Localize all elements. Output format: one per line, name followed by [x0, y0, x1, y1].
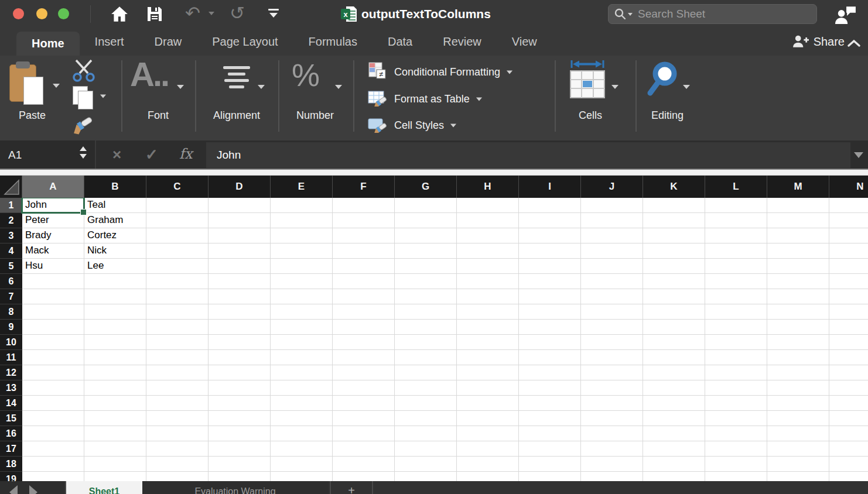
cell-A8[interactable] [22, 304, 84, 320]
cell-F19[interactable] [333, 472, 395, 481]
cell-J8[interactable] [581, 304, 643, 320]
cell-I8[interactable] [519, 304, 581, 320]
cell-N16[interactable] [829, 426, 868, 441]
redo-icon[interactable]: ↺ [230, 2, 245, 25]
cell-A16[interactable] [22, 426, 84, 441]
cell-H2[interactable] [457, 213, 519, 228]
cell-L2[interactable] [705, 213, 767, 228]
cell-J19[interactable] [581, 472, 643, 481]
row-header-3[interactable]: 3 [0, 228, 22, 243]
column-header-I[interactable]: I [519, 176, 581, 198]
column-header-L[interactable]: L [705, 176, 767, 198]
cell-G15[interactable] [395, 411, 457, 426]
cell-E14[interactable] [271, 396, 333, 411]
cell-E10[interactable] [271, 335, 333, 350]
stepper-up-icon[interactable] [80, 146, 87, 151]
cell-F6[interactable] [333, 274, 395, 289]
cell-F9[interactable] [333, 320, 395, 335]
cell-A1[interactable]: John [22, 198, 84, 213]
cells-label[interactable]: Cells [561, 109, 620, 122]
cell-C9[interactable] [146, 320, 209, 335]
cell-H17[interactable] [457, 441, 519, 457]
cell-H13[interactable] [457, 380, 519, 396]
cell-B6[interactable] [84, 274, 146, 289]
column-header-H[interactable]: H [457, 176, 519, 198]
cell-I11[interactable] [519, 350, 581, 365]
next-sheet-icon[interactable] [29, 485, 37, 494]
cell-B2[interactable]: Graham [84, 213, 146, 228]
cell-B5[interactable]: Lee [84, 259, 146, 274]
cell-M4[interactable] [767, 243, 829, 259]
cell-J3[interactable] [581, 228, 643, 243]
row-header-2[interactable]: 2 [0, 213, 22, 228]
cell-A5[interactable]: Hsu [22, 259, 84, 274]
cell-A14[interactable] [22, 396, 84, 411]
cell-L9[interactable] [705, 320, 767, 335]
cell-E15[interactable] [271, 411, 333, 426]
paste-label[interactable]: Paste [6, 109, 59, 122]
cell-A9[interactable] [22, 320, 84, 335]
search-scope-caret[interactable] [628, 13, 633, 16]
cell-M7[interactable] [767, 289, 829, 304]
zoom-window-button[interactable] [58, 8, 69, 19]
column-header-D[interactable]: D [209, 176, 271, 198]
cell-C8[interactable] [146, 304, 209, 320]
cell-D5[interactable] [209, 259, 271, 274]
cell-F13[interactable] [333, 380, 395, 396]
cell-L1[interactable] [705, 198, 767, 213]
cell-J10[interactable] [581, 335, 643, 350]
cell-G14[interactable] [395, 396, 457, 411]
name-box-stepper[interactable] [80, 146, 87, 159]
cell-H12[interactable] [457, 365, 519, 380]
number-label[interactable]: Number [286, 109, 344, 122]
cell-N19[interactable] [829, 472, 868, 481]
cell-D18[interactable] [209, 457, 271, 472]
cell-C2[interactable] [146, 213, 209, 228]
cell-G16[interactable] [395, 426, 457, 441]
cell-F18[interactable] [333, 457, 395, 472]
cell-C3[interactable] [146, 228, 209, 243]
row-header-8[interactable]: 8 [0, 304, 22, 320]
cell-H18[interactable] [457, 457, 519, 472]
cell-K14[interactable] [643, 396, 705, 411]
cell-G12[interactable] [395, 365, 457, 380]
cells-icon[interactable] [569, 59, 606, 104]
cell-H5[interactable] [457, 259, 519, 274]
cell-A11[interactable] [22, 350, 84, 365]
cell-C5[interactable] [146, 259, 209, 274]
cell-K2[interactable] [643, 213, 705, 228]
cell-E12[interactable] [271, 365, 333, 380]
tab-page-layout[interactable]: Page Layout [197, 28, 293, 56]
cell-N5[interactable] [829, 259, 868, 274]
font-icon[interactable]: A.. [130, 54, 168, 94]
cell-M14[interactable] [767, 396, 829, 411]
cell-A17[interactable] [22, 441, 84, 457]
cell-C6[interactable] [146, 274, 209, 289]
cell-N4[interactable] [829, 243, 868, 259]
cell-N1[interactable] [829, 198, 868, 213]
save-icon[interactable] [146, 6, 163, 25]
cell-I6[interactable] [519, 274, 581, 289]
alignment-dropdown-caret[interactable] [258, 85, 265, 89]
column-header-J[interactable]: J [581, 176, 643, 198]
cell-K9[interactable] [643, 320, 705, 335]
alignment-icon[interactable] [216, 66, 258, 92]
number-dropdown-caret[interactable] [335, 85, 342, 89]
cell-I1[interactable] [519, 198, 581, 213]
cell-B12[interactable] [84, 365, 146, 380]
cell-M1[interactable] [767, 198, 829, 213]
cell-M9[interactable] [767, 320, 829, 335]
cell-L7[interactable] [705, 289, 767, 304]
cell-G4[interactable] [395, 243, 457, 259]
cell-C7[interactable] [146, 289, 209, 304]
cell-H15[interactable] [457, 411, 519, 426]
cell-L4[interactable] [705, 243, 767, 259]
enter-icon[interactable]: ✓ [145, 140, 158, 169]
cell-G11[interactable] [395, 350, 457, 365]
cell-G5[interactable] [395, 259, 457, 274]
cell-F11[interactable] [333, 350, 395, 365]
cells-dropdown-caret[interactable] [611, 85, 618, 89]
cell-B1[interactable]: Teal [84, 198, 146, 213]
cell-A15[interactable] [22, 411, 84, 426]
cell-B11[interactable] [84, 350, 146, 365]
